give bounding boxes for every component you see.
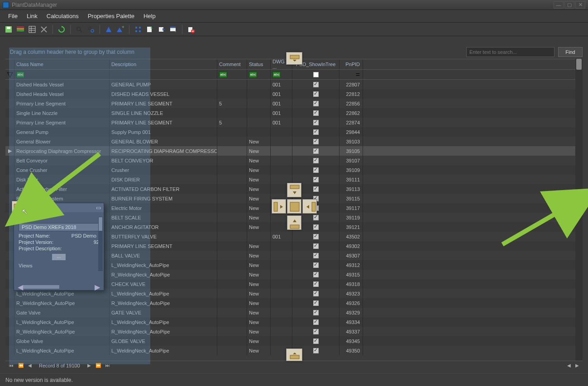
table-row[interactable]: L_WeldingNeck_AutoPipeL_WeldingNeck_Auto… — [5, 317, 575, 327]
project-path-field[interactable]: PSD Demo XREFs 2018 — [19, 223, 99, 231]
cell-show-in-tree[interactable] — [292, 222, 339, 232]
dock-bottom-indicator[interactable] — [286, 348, 302, 361]
cell-show-in-tree[interactable] — [292, 127, 339, 137]
dock-top-indicator[interactable] — [286, 52, 302, 65]
save-icon[interactable] — [4, 24, 14, 34]
add-plus-icon[interactable]: + — [115, 24, 125, 34]
table-row[interactable]: Globe ValveGLOBE VALVENew49345 — [5, 336, 575, 346]
select-icon[interactable] — [133, 24, 143, 34]
delete-icon[interactable] — [186, 24, 196, 34]
maximize-button[interactable]: ▢ — [564, 1, 574, 9]
cell-show-in-tree[interactable] — [292, 251, 339, 260]
dock-left-indicator[interactable] — [12, 201, 24, 215]
filter-pnpid[interactable]: = — [339, 70, 363, 79]
explorer-panel[interactable]: lorer ▭ Project PSD Demo XREFs 2018 Proj… — [14, 203, 104, 291]
close-button[interactable]: ✕ — [575, 1, 585, 9]
table-row[interactable]: R_WeldingNeck_AutoPipeR_WeldingNeck_Auto… — [5, 298, 575, 308]
table-row[interactable]: General BlowerGENERAL BLOWERNew39103 — [5, 137, 575, 146]
table-row[interactable]: Dished Heads VesselGENERAL PUMP00122807 — [5, 80, 575, 89]
edit-icon[interactable] — [145, 24, 155, 34]
panel-header[interactable]: lorer ▭ — [14, 203, 104, 212]
minimize-button[interactable]: — — [554, 1, 564, 9]
nav-next-icon[interactable]: ▶ — [86, 363, 92, 368]
cell-show-in-tree[interactable] — [292, 213, 339, 222]
table-row[interactable]: Primary Line SegmentPRIMARY LINE SEGMENT… — [5, 118, 575, 127]
table-icon[interactable] — [27, 24, 37, 34]
menu-file[interactable]: File — [4, 11, 22, 21]
table-row[interactable]: General PumpSupply Pump 00129844 — [5, 127, 575, 137]
filter-show[interactable] — [292, 70, 339, 79]
filter-indicator[interactable]: ▽ — [5, 70, 14, 79]
cell-show-in-tree[interactable] — [292, 289, 339, 298]
layout-icon[interactable] — [168, 24, 178, 34]
cell-show-in-tree[interactable] — [292, 156, 339, 165]
table-row[interactable]: Belt ConveyorBELT CONVEYORNew39107 — [5, 156, 575, 165]
menu-link[interactable]: Link — [22, 11, 42, 21]
panel-vscroll[interactable] — [98, 217, 103, 271]
cell-show-in-tree[interactable] — [292, 327, 339, 336]
cell-show-in-tree[interactable] — [292, 298, 339, 308]
table-row[interactable]: ▶Reciprocating Diaphragm CompressorRECIP… — [5, 146, 575, 156]
filter-status[interactable]: abc — [247, 70, 271, 79]
col-comment[interactable]: Comment — [217, 59, 247, 69]
cell-show-in-tree[interactable] — [292, 241, 339, 251]
cell-show-in-tree[interactable] — [292, 317, 339, 327]
cell-show-in-tree[interactable] — [292, 89, 339, 99]
hscroll-right-icon[interactable]: ▶ — [574, 363, 580, 368]
row-indicator-header[interactable] — [5, 59, 14, 69]
find-button[interactable]: Find — [558, 47, 583, 57]
more-button[interactable]: ... — [52, 254, 66, 260]
hscroll-left-icon[interactable]: ◀ — [566, 363, 572, 368]
add-icon[interactable] — [104, 24, 114, 34]
search-input[interactable] — [466, 47, 555, 57]
cell-show-in-tree[interactable] — [292, 279, 339, 289]
nav-prev-icon[interactable]: ◀ — [27, 363, 33, 368]
table-row[interactable]: Disk DrierDISK DRIERNew39111 — [5, 175, 575, 184]
cell-show-in-tree[interactable] — [292, 270, 339, 279]
col-pnpid[interactable]: PnPID — [339, 59, 363, 69]
export-icon[interactable] — [157, 24, 167, 34]
panel-close-icon[interactable]: ▭ — [96, 205, 101, 211]
col-class-name[interactable]: Class Name — [14, 59, 110, 69]
table-row[interactable]: Cone CrusherCrusherNew39109 — [5, 165, 575, 175]
cell-show-in-tree[interactable] — [292, 80, 339, 89]
cell-show-in-tree[interactable] — [292, 308, 339, 317]
table-row[interactable]: Activated Carbon FilterACTIVATED CARBON … — [5, 184, 575, 194]
find-icon[interactable] — [74, 24, 84, 34]
table-row[interactable]: R_WeldingNeck_AutoPipeR_WeldingNeck_Auto… — [5, 327, 575, 336]
panel-hscroll[interactable]: ◀▶ — [18, 285, 100, 289]
filter-comment[interactable]: abc — [217, 70, 247, 79]
nav-next-page-icon[interactable]: ⏩ — [95, 363, 102, 368]
nav-last-icon[interactable]: ⏭ — [105, 363, 111, 368]
cancel-icon[interactable] — [39, 24, 49, 34]
titlebar[interactable]: PlantDataManager — ▢ ✕ — [0, 0, 588, 10]
cell-show-in-tree[interactable] — [292, 146, 339, 156]
cell-show-in-tree[interactable] — [292, 260, 339, 270]
table-row[interactable]: Single Line NozzleSINGLE LINE NOZZLE0012… — [5, 108, 575, 118]
filter-class[interactable]: abc — [14, 70, 110, 79]
table-row[interactable]: Burner Firing SystemBURNER FIRING SYSTEM… — [5, 194, 575, 203]
cell-show-in-tree[interactable] — [292, 99, 339, 108]
vertical-scrollbar[interactable] — [575, 59, 583, 361]
cell-show-in-tree[interactable] — [292, 184, 339, 194]
refresh-icon[interactable] — [57, 24, 67, 34]
menu-calculations[interactable]: Calculations — [42, 11, 83, 21]
nav-first-icon[interactable]: ⏮ — [8, 363, 14, 368]
dock-right-indicator[interactable] — [563, 201, 575, 215]
table-row[interactable]: Primary Line SegmentPRIMARY LINE SEGMENT… — [5, 99, 575, 108]
cell-show-in-tree[interactable] — [292, 118, 339, 127]
cell-show-in-tree[interactable] — [292, 336, 339, 346]
cell-show-in-tree[interactable] — [292, 165, 339, 175]
menu-properties-palette[interactable]: Properties Palette — [83, 11, 139, 21]
col-status[interactable]: Status — [247, 59, 271, 69]
table-row[interactable]: Dished Heads VesselDISHED HEADS VESSEL00… — [5, 89, 575, 99]
cell-show-in-tree[interactable] — [292, 194, 339, 203]
table-row[interactable]: Gate ValveGATE VALVENew49329 — [5, 308, 575, 317]
filter-dwg[interactable]: abc — [271, 70, 292, 79]
menu-help[interactable]: Help — [139, 11, 160, 21]
find-replace-icon[interactable] — [86, 24, 96, 34]
cell-show-in-tree[interactable] — [292, 137, 339, 146]
col-description[interactable]: Description — [110, 59, 217, 69]
cell-show-in-tree[interactable] — [292, 175, 339, 184]
list-color-icon[interactable] — [15, 24, 25, 34]
